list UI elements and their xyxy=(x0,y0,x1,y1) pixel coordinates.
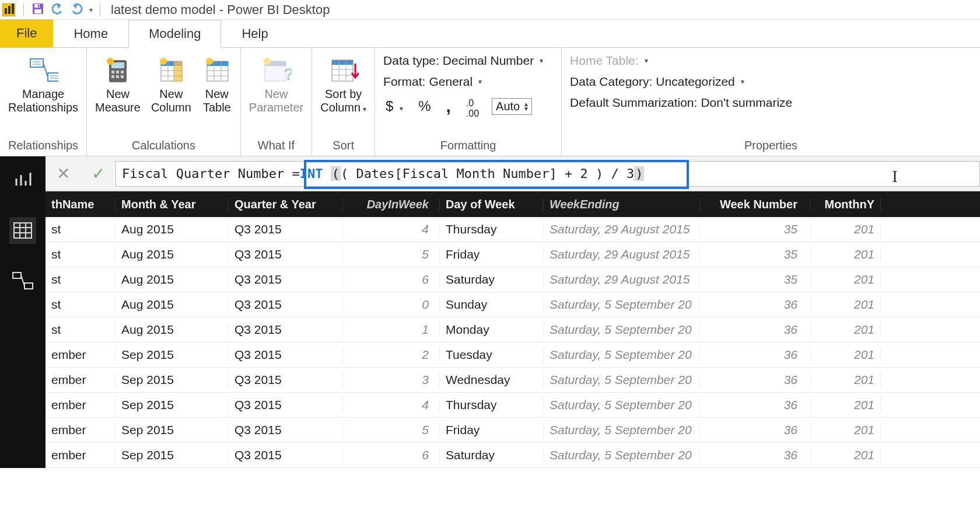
report-view-button[interactable] xyxy=(9,167,36,194)
text-cursor-icon: I xyxy=(892,166,898,186)
accept-formula-button[interactable]: ✓ xyxy=(80,164,116,183)
cell-monthny: 201 xyxy=(811,273,881,287)
app-icon xyxy=(2,4,15,16)
cell-dayofweek: Thursday xyxy=(440,398,544,412)
new-column-button[interactable]: New Column xyxy=(151,51,191,114)
table-row[interactable]: emberSep 2015Q3 20156SaturdaySaturday, 5… xyxy=(46,443,980,468)
cell-quarteryear: Q3 2015 xyxy=(229,398,343,412)
cell-monthyear: Aug 2015 xyxy=(116,298,229,312)
cell-weeknumber: 36 xyxy=(700,323,811,337)
data-category-dropdown[interactable]: Data Category: Uncategorized ▾ xyxy=(570,75,972,89)
cancel-formula-button[interactable]: ✕ xyxy=(46,164,80,183)
new-measure-button[interactable]: New Measure xyxy=(95,51,141,114)
cell-dayinweek: 5 xyxy=(343,423,440,437)
data-type-value: Decimal Number xyxy=(443,54,534,68)
formula-text-mid: ( Dates[Fiscal Month Number] + 2 ) / 3 xyxy=(341,166,634,181)
new-table-button[interactable]: New Table xyxy=(202,51,232,114)
header-monthny[interactable]: MonthnY xyxy=(811,198,881,211)
summarization-value: Don't summarize xyxy=(701,96,792,110)
table-row[interactable]: emberSep 2015Q3 20154ThursdaySaturday, 5… xyxy=(46,393,980,418)
table-row[interactable]: stAug 2015Q3 20151MondaySaturday, 5 Sept… xyxy=(46,317,980,343)
sort-by-column-button[interactable]: Sort by Column▾ xyxy=(320,51,366,114)
model-view-button[interactable] xyxy=(9,267,36,294)
cell-dayinweek: 3 xyxy=(343,373,440,387)
help-tab[interactable]: Help xyxy=(221,19,288,47)
home-table-dropdown[interactable]: Home Table: ▾ xyxy=(570,54,972,68)
header-weekending[interactable]: WeekEnding xyxy=(544,198,700,211)
undo-icon[interactable] xyxy=(47,1,67,19)
manage-relationships-button[interactable]: Manage Relationships xyxy=(8,51,78,114)
chevron-down-icon: ▾ xyxy=(741,78,744,86)
table-row[interactable]: emberSep 2015Q3 20155FridaySaturday, 5 S… xyxy=(46,418,980,443)
svg-rect-22 xyxy=(174,61,182,81)
svg-rect-17 xyxy=(116,75,119,78)
summarization-dropdown[interactable]: Default Summarization: Don't summarize xyxy=(570,96,972,110)
svg-rect-3 xyxy=(38,5,39,7)
svg-rect-14 xyxy=(116,71,119,74)
divider xyxy=(23,4,24,16)
header-quarter-year[interactable]: Quarter & Year xyxy=(229,198,343,211)
header-month-year[interactable]: Month & Year xyxy=(116,198,229,211)
cell-weekending: Saturday, 5 September 20 xyxy=(544,348,700,362)
modeling-tab[interactable]: Modeling xyxy=(128,20,221,48)
manage-relationships-label: Manage Relationships xyxy=(8,88,78,114)
decimal-places-input[interactable]: Auto ▴▾ xyxy=(492,98,532,115)
percent-button[interactable]: % xyxy=(416,98,433,114)
file-tab[interactable]: File xyxy=(0,19,53,47)
sort-by-column-label: Sort by Column▾ xyxy=(320,88,366,114)
table-row[interactable]: stAug 2015Q3 20150SundaySaturday, 5 Sept… xyxy=(46,292,980,317)
header-thname[interactable]: thName xyxy=(46,198,116,211)
cell-monthyear: Sep 2015 xyxy=(116,348,229,362)
cell-thname: ember xyxy=(46,373,116,387)
cell-weekending: Saturday, 5 September 20 xyxy=(544,398,700,412)
new-parameter-button: ? New Parameter xyxy=(249,51,303,114)
table-row[interactable]: stAug 2015Q3 20154ThursdaySaturday, 29 A… xyxy=(46,217,980,242)
formula-input[interactable]: Fiscal Quarter Number = INT ( ( Dates[Fi… xyxy=(116,161,980,187)
cell-dayinweek: 4 xyxy=(343,398,440,412)
format-dropdown[interactable]: Format: General ▾ xyxy=(383,75,553,89)
table-row[interactable]: stAug 2015Q3 20155FridaySaturday, 29 Aug… xyxy=(46,242,980,267)
cell-monthny: 201 xyxy=(811,298,881,312)
data-type-label: Data type: xyxy=(383,54,439,68)
work-area: ✕ ✓ Fiscal Quarter Number = INT ( ( Date… xyxy=(0,156,980,468)
header-weeknumber[interactable]: Week Number xyxy=(700,198,811,211)
cell-dayinweek: 1 xyxy=(343,323,440,337)
currency-button[interactable]: $ ▾ xyxy=(383,98,405,114)
new-parameter-label: New Parameter xyxy=(249,88,303,114)
summarization-label: Default Summarization: xyxy=(570,96,697,110)
spinner-icon[interactable]: ▴▾ xyxy=(524,102,528,111)
cell-dayofweek: Friday xyxy=(440,423,544,437)
cell-dayofweek: Sunday xyxy=(440,298,544,312)
group-label-whatif: What If xyxy=(249,138,303,155)
cell-dayofweek: Friday xyxy=(440,247,544,261)
svg-rect-13 xyxy=(111,71,114,74)
header-dayofweek[interactable]: Day of Week xyxy=(440,198,544,211)
header-dayinweek[interactable]: DayInWeek xyxy=(343,198,440,211)
home-tab[interactable]: Home xyxy=(53,19,128,47)
data-type-dropdown[interactable]: Data type: Decimal Number ▾ xyxy=(383,54,553,68)
data-view-button[interactable] xyxy=(9,217,36,244)
cell-monthny: 201 xyxy=(811,398,881,412)
cell-monthyear: Aug 2015 xyxy=(116,323,229,337)
cell-thname: st xyxy=(46,273,116,287)
formula-keyword: INT xyxy=(300,166,323,181)
decimal-button[interactable]: .0.00 xyxy=(464,98,481,119)
view-rail xyxy=(0,156,46,468)
qat-dropdown-icon[interactable]: ▾ xyxy=(87,5,95,15)
cell-monthny: 201 xyxy=(811,373,881,387)
table-row[interactable]: stAug 2015Q3 20156SaturdaySaturday, 29 A… xyxy=(46,267,980,292)
column-icon xyxy=(156,55,186,85)
sort-icon xyxy=(328,55,359,85)
cell-quarteryear: Q3 2015 xyxy=(229,298,343,312)
cell-monthny: 201 xyxy=(811,348,881,362)
cell-quarteryear: Q3 2015 xyxy=(229,323,343,337)
cell-monthyear: Sep 2015 xyxy=(116,398,229,412)
redo-icon[interactable] xyxy=(67,1,87,19)
thousands-button[interactable]: , xyxy=(443,96,453,116)
grid-body: stAug 2015Q3 20154ThursdaySaturday, 29 A… xyxy=(46,217,980,468)
svg-line-56 xyxy=(21,275,24,286)
table-row[interactable]: emberSep 2015Q3 20153WednesdaySaturday, … xyxy=(46,368,980,393)
save-icon[interactable] xyxy=(29,1,47,19)
table-row[interactable]: emberSep 2015Q3 20152TuesdaySaturday, 5 … xyxy=(46,343,980,368)
cell-weeknumber: 36 xyxy=(700,348,811,362)
